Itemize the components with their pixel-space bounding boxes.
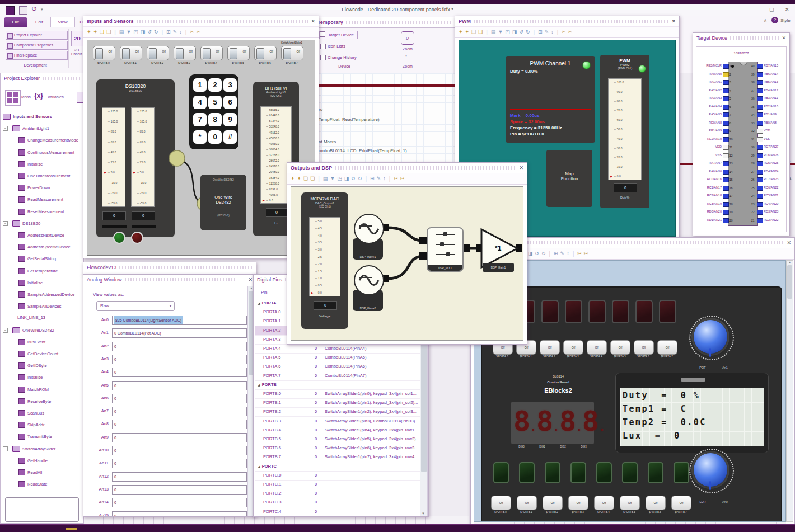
tree-item-SampleAllDevices[interactable]: SampleAllDevices — [3, 303, 61, 309]
tree-item-SkipAddr[interactable]: SkipAddr — [3, 422, 44, 428]
main-hscrollbar[interactable] — [83, 516, 469, 524]
tree-item-Initialise[interactable]: Initialise — [3, 280, 43, 286]
toolbar-icon[interactable]: ✦ — [291, 176, 295, 181]
board-button-$PORTB.2[interactable]: Off — [543, 496, 563, 510]
switch-$PORTB.3[interactable]: Off — [174, 46, 196, 60]
variables-icon[interactable]: {x} — [34, 92, 43, 100]
tree-item-GetDeviceCount[interactable]: GetDeviceCount — [3, 351, 58, 357]
digital-pin-row[interactable]: PORTB.70SwitchArraySlider1(pin7), keypad… — [255, 453, 420, 462]
board-vscrollbar[interactable]: ▲ — [786, 260, 793, 522]
tree-item-OneWireDS2482[interactable]: −OneWireDS2482 — [3, 327, 54, 333]
close-icon[interactable]: ✕ — [671, 19, 676, 24]
style-label[interactable]: Style — [780, 18, 791, 23]
digital-pin-row[interactable]: PORTA.70ComboBL0114(PinA7) — [255, 371, 420, 381]
tree-item-Initialise[interactable]: Initialise — [3, 374, 43, 380]
analog-row-input[interactable]: 825 ComboBL0114(LightSensor ADC) — [112, 316, 247, 325]
ribbon-collapse-icon[interactable]: ∧ — [764, 18, 767, 23]
tree-item-Inputs and Sensors[interactable]: Inputs and Sensors — [3, 114, 52, 120]
tree-item-MatchROM[interactable]: MatchROM — [3, 387, 49, 393]
toolbar-icon[interactable]: ▼ — [126, 30, 131, 35]
switch-$PORTB.7[interactable]: Off — [281, 46, 303, 60]
toolbar-icon[interactable]: ↕ — [383, 176, 386, 181]
digital-pin-row[interactable]: PORTA.50ComboBL0114(PinA5) — [255, 353, 420, 362]
ds18b20-component[interactable]: DS18B20 DS18B20 –125.0–105.0–85.0–65.0–4… — [96, 79, 175, 237]
toolbar-icon[interactable]: ✎ — [560, 251, 565, 256]
inputs-panel-header[interactable]: Inputs and Sensors ✕ — [83, 16, 319, 26]
board-button-$PORTB.0[interactable]: Off — [491, 496, 511, 510]
minimize-icon[interactable]: — — [240, 277, 245, 283]
toolbar-icon[interactable]: ◨ — [528, 251, 533, 256]
outputs-panel-header[interactable]: Outputs and DSP ✕ — [287, 163, 527, 173]
tree-item-ReceiveByte[interactable]: ReceiveByte — [3, 398, 51, 404]
analog-row-input[interactable]: 0 — [112, 446, 247, 455]
toolbar-icon[interactable]: ❏ — [100, 30, 104, 35]
ds18b20-scale-2[interactable]: –125.0–105.0–85.0–65.0–45.0–25.0▶–5.0–-1… — [131, 107, 155, 207]
map-function-component[interactable]: Map Function — [546, 150, 592, 207]
toolbar-icon[interactable]: ↕ — [567, 251, 569, 256]
tab-view[interactable]: View — [50, 17, 75, 27]
minimize-button[interactable]: — — [755, 7, 760, 12]
analog-window-header[interactable]: Analog Window — ✕ — [83, 275, 256, 285]
analog-row-input[interactable]: 0 — [112, 420, 247, 429]
toolbar-icon[interactable]: ❏ — [106, 30, 111, 35]
switch-rocker[interactable] — [149, 48, 157, 59]
board-button-$PORTB.1[interactable]: Off — [517, 496, 537, 510]
tree-item-SwitchArraySlider[interactable]: −SwitchArraySlider — [3, 446, 55, 452]
digital-pin-row[interactable]: PORTB.50SwitchArraySlider1(pin5), keypad… — [255, 435, 420, 444]
switch-$PORTB.1[interactable]: Off — [120, 46, 142, 60]
tree-item-ReadAll[interactable]: ReadAll — [3, 469, 42, 475]
toolbar-icon[interactable]: ✂ — [394, 176, 398, 181]
keypad-key-2[interactable]: 2 — [208, 78, 222, 92]
project-explorer-button[interactable]: Project Explorer — [6, 31, 68, 40]
analog-row-input[interactable]: 0 — [112, 511, 247, 517]
toolbar-icon[interactable]: ✎ — [173, 30, 177, 35]
ds18b20-ok-button[interactable] — [113, 232, 125, 244]
keypad-key-8[interactable]: 8 — [208, 113, 222, 126]
keypad-key-1[interactable]: 1 — [193, 78, 207, 92]
toolbar-icon[interactable]: ✂ — [190, 30, 194, 35]
expand-icon[interactable]: − — [3, 446, 8, 451]
analog-row-input[interactable]: 0 — [112, 394, 247, 403]
toolbar-icon[interactable]: ▼ — [498, 30, 503, 35]
expand-icon[interactable]: ◢ — [258, 383, 260, 387]
help-icon[interactable]: ? — [771, 17, 778, 23]
switch-rocker[interactable] — [230, 48, 237, 59]
switch-rocker[interactable] — [256, 48, 264, 59]
pwm-slider-component[interactable]: PWM PWM2 (PWM Ch1) –100.0–90.0–80.0–70.0… — [600, 55, 649, 208]
analog-row-input[interactable]: 0 — [112, 472, 247, 482]
toolbar-icon[interactable]: ✂ — [577, 251, 582, 256]
keypad-key-9[interactable]: 9 — [223, 113, 237, 126]
toolbar-icon[interactable]: ◳ — [133, 30, 138, 35]
toolbar-icon[interactable]: ✂ — [562, 30, 566, 35]
digital-pin-row[interactable]: PORTC.20 — [255, 489, 420, 498]
toolbar-icon[interactable]: ◳ — [337, 176, 342, 181]
tree-item-GetHandle[interactable]: GetHandle — [3, 458, 48, 464]
tab-file[interactable]: File — [4, 17, 27, 27]
explorer-tab-icons[interactable] — [5, 90, 21, 106]
tree-item-ReadMeasurement[interactable]: ReadMeasurement — [3, 196, 63, 203]
switch-rocker[interactable] — [122, 48, 130, 59]
pwm-toolbar[interactable]: ✦✦❏❏|▤▼◳◨↺↻|⊞✎↕|✂✂ — [455, 26, 679, 38]
toolbar-icon[interactable]: ❏ — [303, 176, 308, 181]
toolbar-icon[interactable]: ✂ — [197, 30, 201, 35]
dsp-wave2-dial[interactable] — [354, 265, 384, 295]
digital-pin-row[interactable]: ◢PORTB — [255, 380, 420, 390]
onewire-component[interactable]: OneWireDS2482 One Wire DS2482 (I2C Ch1) — [200, 175, 246, 230]
board-button-$PORTB.7[interactable]: Off — [671, 496, 691, 510]
digital-pin-row[interactable]: PORTA.60ComboBL0114(PinA6) — [255, 362, 420, 371]
analog-row-input[interactable]: 0 — [112, 381, 247, 390]
view-mode-dropdown[interactable]: Raw ▾ — [96, 301, 175, 311]
undo-icon[interactable]: ↺ — [31, 5, 37, 13]
tree-item-ReadState[interactable]: ReadState — [3, 481, 47, 487]
expand-icon[interactable]: − — [3, 328, 8, 333]
toolbar-icon[interactable]: ✂ — [584, 251, 588, 256]
ds18b20-stop-button[interactable] — [131, 232, 143, 244]
tree-item-GetIDByte[interactable]: GetIDByte — [3, 362, 47, 369]
analog-row-input[interactable]: 0 — [112, 368, 247, 377]
pwm-channel-component[interactable]: PWM Channel 1 Duty = 0.00% Mark = 0.00us… — [506, 56, 595, 143]
toolbar-icon[interactable]: ◨ — [141, 30, 146, 35]
tree-item-PowerDown[interactable]: PowerDown — [3, 185, 50, 191]
expand-icon[interactable]: ◢ — [258, 465, 260, 468]
toolbar-icon[interactable]: ✎ — [377, 176, 381, 181]
flowcode-subwindow-header[interactable]: Flowcodev13 — [83, 262, 256, 275]
